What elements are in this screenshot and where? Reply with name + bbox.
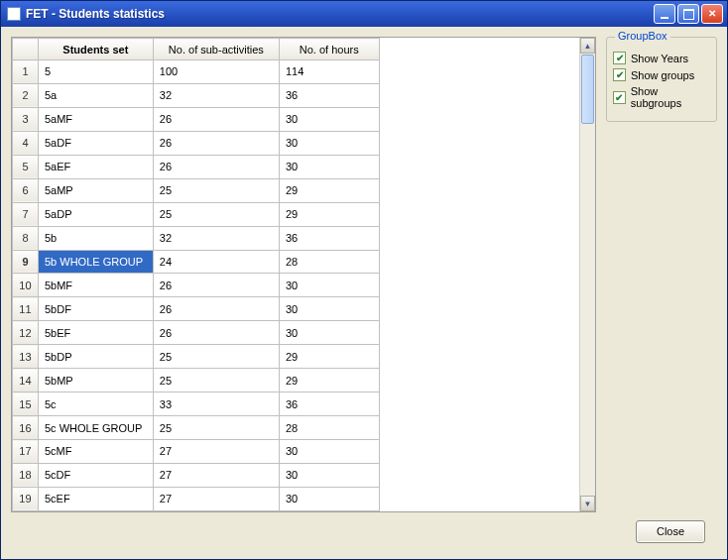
show-years-row[interactable]: ✔ Show Years — [613, 52, 710, 64]
scroll-up-button[interactable]: ▲ — [580, 38, 595, 54]
row-number[interactable]: 5 — [13, 155, 39, 178]
col-header-sub-activities[interactable]: No. of sub-activities — [153, 39, 279, 60]
table-row[interactable]: 155c3336 — [13, 392, 579, 416]
close-window-button[interactable] — [701, 4, 723, 24]
cell-sub-activities[interactable]: 25 — [153, 416, 279, 440]
cell-sub-activities[interactable]: 26 — [153, 155, 279, 178]
cell-students-set[interactable]: 5bEF — [38, 321, 153, 345]
cell-students-set[interactable]: 5c WHOLE GROUP — [38, 416, 153, 440]
cell-students-set[interactable]: 5bDP — [38, 345, 153, 369]
row-number[interactable]: 3 — [13, 107, 39, 131]
row-number[interactable]: 10 — [13, 274, 39, 297]
table-row[interactable]: 85b3236 — [13, 226, 579, 250]
cell-sub-activities[interactable]: 25 — [153, 202, 279, 226]
cell-students-set[interactable]: 5b WHOLE GROUP — [38, 250, 153, 274]
col-header-hours[interactable]: No. of hours — [279, 39, 379, 60]
cell-hours[interactable]: 114 — [279, 60, 379, 84]
cell-students-set[interactable]: 5aMF — [38, 107, 153, 131]
cell-hours[interactable]: 30 — [279, 155, 379, 178]
cell-sub-activities[interactable]: 26 — [153, 297, 279, 321]
cell-sub-activities[interactable]: 100 — [153, 60, 279, 84]
cell-students-set[interactable]: 5aEF — [38, 155, 153, 178]
cell-students-set[interactable]: 5c — [38, 392, 153, 416]
table-row[interactable]: 55aEF2630 — [13, 155, 579, 178]
cell-students-set[interactable]: 5aDP — [38, 202, 153, 226]
cell-hours[interactable]: 29 — [279, 202, 379, 226]
row-number[interactable]: 6 — [13, 178, 39, 202]
cell-hours[interactable]: 28 — [279, 416, 379, 440]
cell-hours[interactable]: 30 — [279, 131, 379, 155]
cell-students-set[interactable]: 5b — [38, 226, 153, 250]
show-groups-checkbox[interactable]: ✔ — [613, 68, 626, 81]
row-number[interactable]: 15 — [13, 392, 39, 416]
cell-hours[interactable]: 30 — [279, 107, 379, 131]
col-header-students-set[interactable]: Students set — [38, 39, 153, 60]
table-row[interactable]: 45aDF2630 — [13, 131, 579, 155]
row-number[interactable]: 1 — [13, 60, 39, 84]
cell-hours[interactable]: 29 — [279, 369, 379, 392]
cell-hours[interactable]: 36 — [279, 392, 379, 416]
cell-students-set[interactable]: 5cDF — [38, 463, 153, 487]
close-button[interactable]: Close — [636, 520, 705, 543]
row-number[interactable]: 14 — [13, 369, 39, 392]
cell-students-set[interactable]: 5a — [38, 83, 153, 107]
row-number[interactable]: 12 — [13, 321, 39, 345]
table-row[interactable]: 175cMF2730 — [13, 440, 579, 464]
cell-hours[interactable]: 30 — [279, 440, 379, 464]
cell-sub-activities[interactable]: 25 — [153, 369, 279, 392]
cell-sub-activities[interactable]: 27 — [153, 440, 279, 464]
cell-hours[interactable]: 36 — [279, 83, 379, 107]
row-number[interactable]: 9 — [13, 250, 39, 274]
row-number[interactable]: 7 — [13, 202, 39, 226]
cell-hours[interactable]: 36 — [279, 226, 379, 250]
scroll-down-button[interactable]: ▼ — [580, 496, 595, 511]
cell-students-set[interactable]: 5 — [38, 60, 153, 84]
cell-sub-activities[interactable]: 26 — [153, 107, 279, 131]
corner-header[interactable] — [13, 39, 39, 60]
row-number[interactable]: 17 — [13, 440, 39, 464]
cell-sub-activities[interactable]: 26 — [153, 274, 279, 297]
cell-sub-activities[interactable]: 25 — [153, 345, 279, 369]
row-number[interactable]: 2 — [13, 83, 39, 107]
cell-students-set[interactable]: 5cEF — [38, 487, 153, 510]
cell-students-set[interactable]: 5bMF — [38, 274, 153, 297]
cell-students-set[interactable]: 5aMP — [38, 178, 153, 202]
cell-sub-activities[interactable]: 24 — [153, 250, 279, 274]
cell-hours[interactable]: 29 — [279, 345, 379, 369]
cell-students-set[interactable]: 5cMF — [38, 440, 153, 464]
cell-hours[interactable]: 28 — [279, 250, 379, 274]
table-row[interactable]: 105bMF2630 — [13, 274, 579, 297]
table-row[interactable]: 25a3236 — [13, 83, 579, 107]
cell-hours[interactable]: 30 — [279, 463, 379, 487]
table-row[interactable]: 35aMF2630 — [13, 107, 579, 131]
scroll-track[interactable] — [580, 54, 595, 496]
table-row[interactable]: 145bMP2529 — [13, 369, 579, 392]
cell-hours[interactable]: 29 — [279, 178, 379, 202]
vertical-scrollbar[interactable]: ▲ ▼ — [579, 38, 595, 511]
minimize-button[interactable] — [654, 4, 675, 24]
maximize-button[interactable] — [677, 4, 699, 24]
cell-hours[interactable]: 30 — [279, 487, 379, 510]
row-number[interactable]: 8 — [13, 226, 39, 250]
cell-hours[interactable]: 30 — [279, 274, 379, 297]
table-row[interactable]: 115bDF2630 — [13, 297, 579, 321]
table-row[interactable]: 95b WHOLE GROUP2428 — [13, 250, 579, 274]
table-row[interactable]: 165c WHOLE GROUP2528 — [13, 416, 579, 440]
cell-sub-activities[interactable]: 32 — [153, 83, 279, 107]
row-number[interactable]: 13 — [13, 345, 39, 369]
row-number[interactable]: 16 — [13, 416, 39, 440]
table-row[interactable]: 195cEF2730 — [13, 487, 579, 510]
show-subgroups-checkbox[interactable]: ✔ — [613, 91, 626, 104]
cell-students-set[interactable]: 5bMP — [38, 369, 153, 392]
table-row[interactable]: 185cDF2730 — [13, 463, 579, 487]
cell-sub-activities[interactable]: 27 — [153, 487, 279, 510]
show-subgroups-row[interactable]: ✔ Show subgroups — [613, 85, 710, 109]
show-groups-row[interactable]: ✔ Show groups — [613, 68, 710, 81]
table-row[interactable]: 125bEF2630 — [13, 321, 579, 345]
show-years-checkbox[interactable]: ✔ — [613, 52, 626, 64]
cell-sub-activities[interactable]: 26 — [153, 321, 279, 345]
scroll-thumb[interactable] — [581, 55, 594, 124]
table-row[interactable]: 65aMP2529 — [13, 178, 579, 202]
table-row[interactable]: 75aDP2529 — [13, 202, 579, 226]
cell-sub-activities[interactable]: 26 — [153, 131, 279, 155]
